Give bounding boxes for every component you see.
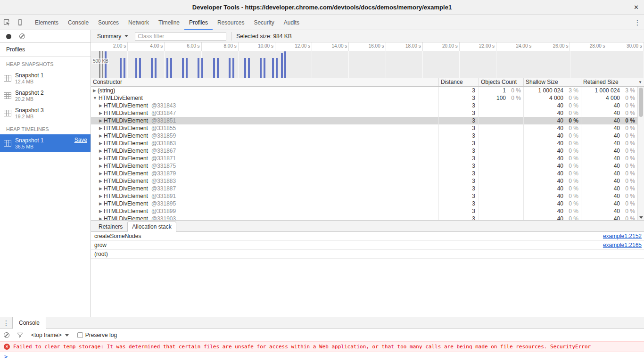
execution-context-select[interactable]: <top frame>	[26, 332, 74, 338]
panel-tab[interactable]: Resources	[213, 15, 249, 30]
expand-arrow-icon[interactable]: ▶	[99, 207, 102, 215]
console-input[interactable]: >	[0, 352, 644, 362]
inspect-element-icon[interactable]	[0, 15, 13, 30]
filter-icon[interactable]	[13, 332, 26, 338]
grid-row[interactable]: ▶ HTMLDivElement @331899 3 40	[91, 207, 637, 215]
time-tick-label: 12.00 s	[275, 42, 312, 51]
object-id: @331871	[151, 155, 176, 162]
tab-console[interactable]: Console	[12, 317, 46, 329]
close-icon[interactable]: ✕	[634, 0, 639, 15]
preserve-log-toggle[interactable]: Preserve log	[77, 332, 117, 338]
grid-row[interactable]: ▶ HTMLDivElement @331867 3 40	[91, 147, 637, 155]
panel-tab[interactable]: Console	[63, 15, 93, 30]
grid-row[interactable]: ▶ HTMLDivElement @331887 3 40	[91, 185, 637, 192]
view-mode-select[interactable]: Summary	[91, 33, 132, 40]
panel-tab[interactable]: Timeline	[154, 15, 184, 30]
time-tick-label: 8.00 s	[202, 42, 239, 51]
snapshot-size: 36.5 MB	[15, 144, 44, 149]
stack-frame-row[interactable]: grow example1:2165	[91, 241, 644, 250]
grid-row[interactable]: ▶ HTMLDivElement @331879 3 40	[91, 170, 637, 177]
expand-arrow-icon[interactable]: ▶	[99, 117, 102, 124]
panel-tab[interactable]: Sources	[93, 15, 124, 30]
shallow-size-cell: 40 0 %	[523, 162, 581, 170]
expand-arrow-icon[interactable]: ▶	[99, 192, 102, 200]
expand-arrow-icon[interactable]: ▶	[99, 170, 102, 177]
class-filter-input[interactable]	[135, 32, 226, 41]
col-retained-size[interactable]: Retained Size ▼	[581, 78, 644, 86]
stack-tab[interactable]: Retainers	[94, 222, 127, 232]
expand-arrow-icon[interactable]: ▶	[99, 215, 102, 221]
stack-frame-row[interactable]: createSomeNodes example1:2152	[91, 232, 644, 241]
drawer-menu-icon[interactable]: ⋮	[0, 317, 12, 329]
snapshot-item[interactable]: Snapshot 1 12.4 MB	[0, 69, 91, 87]
panel-tab-label: Audits	[284, 19, 299, 26]
object-id: @331899	[151, 207, 176, 215]
expand-arrow-icon[interactable]: ▶	[99, 200, 102, 207]
expand-arrow-icon[interactable]: ▶	[99, 140, 102, 147]
frame-source-link[interactable]: example1:2165	[603, 242, 642, 248]
panel-tab[interactable]: Security	[249, 15, 279, 30]
col-objects-count[interactable]: Objects Count	[479, 78, 523, 86]
expand-arrow-icon[interactable]: ▶	[99, 177, 102, 185]
panel-tab[interactable]: Audits	[279, 15, 304, 30]
clear-console-icon[interactable]	[0, 332, 13, 338]
grid-row[interactable]: ▶ HTMLDivElement @331895 3 40	[91, 200, 637, 207]
record-button[interactable]	[6, 34, 11, 39]
retained-size-cell: 40 0 %	[581, 215, 637, 221]
expand-arrow-icon[interactable]: ▶	[99, 185, 102, 192]
selection-handle[interactable]	[102, 51, 103, 78]
scrollbar-thumb[interactable]	[639, 88, 643, 117]
col-constructor[interactable]: Constructor	[91, 78, 438, 86]
grid-row[interactable]: ▶ HTMLDivElement @331847 3 40	[91, 109, 637, 117]
snapshot-item[interactable]: Snapshot 2 20.2 MB	[0, 87, 91, 104]
panel-tab-label: Network	[128, 19, 149, 26]
grid-scrollbar[interactable]	[637, 87, 644, 220]
col-shallow-size[interactable]: Shallow Size	[523, 78, 581, 86]
snapshot-item[interactable]: Snapshot 1 36.5 MB Save	[0, 134, 91, 152]
expand-arrow-icon[interactable]: ▶	[93, 87, 96, 94]
expand-arrow-icon[interactable]: ▶	[99, 155, 102, 162]
stack-frame-row[interactable]: (root)	[91, 250, 644, 259]
expand-arrow-icon[interactable]: ▶	[99, 147, 102, 155]
grid-row[interactable]: ▶ HTMLDivElement @331851 3 40	[91, 117, 637, 124]
grid-row[interactable]: ▶ HTMLDivElement @331859 3 40	[91, 132, 637, 140]
grid-row[interactable]: ▶ HTMLDivElement @331871 3 40	[91, 155, 637, 162]
expand-arrow-icon[interactable]: ▶	[99, 162, 102, 170]
col-distance[interactable]: Distance	[438, 78, 479, 86]
snapshot-item[interactable]: Snapshot 3 19.2 MB	[0, 104, 91, 122]
expand-arrow-icon[interactable]: ▶	[99, 109, 102, 117]
clear-profiles-icon[interactable]	[19, 33, 25, 39]
expand-arrow-icon[interactable]: ▶	[99, 124, 102, 132]
objects-count-cell	[479, 207, 523, 215]
grid-row[interactable]: ▼ HTMLDivElement 3 100 0 % 4 000	[91, 94, 637, 102]
grid-row[interactable]: ▶ HTMLDivElement @331855 3 40	[91, 124, 637, 132]
grid-row[interactable]: ▶ HTMLDivElement @331903 3 40	[91, 215, 637, 221]
frame-source-link[interactable]: example1:2152	[603, 233, 642, 239]
selection-handle[interactable]	[99, 51, 100, 78]
time-tick-label: 18.00 s	[386, 42, 423, 51]
grid-row[interactable]: ▶ HTMLDivElement @331875 3 40	[91, 162, 637, 170]
panel-tab-label: Security	[254, 19, 274, 26]
expand-arrow-icon[interactable]: ▼	[93, 94, 97, 102]
expand-arrow-icon[interactable]: ▶	[99, 102, 102, 109]
device-toolbar-icon[interactable]	[13, 15, 26, 30]
grid-row[interactable]: ▶ (string) 3 1 0 % 1 000 024	[91, 87, 637, 94]
heap-timelines-list: Snapshot 1 36.5 MB Save	[0, 134, 91, 152]
grid-row[interactable]: ▶ HTMLDivElement @331891 3 40	[91, 192, 637, 200]
grid-row[interactable]: ▶ HTMLDivElement @331863 3 40	[91, 140, 637, 147]
panel-tab[interactable]: Elements	[30, 15, 63, 30]
overflow-menu-icon[interactable]: ⋮	[631, 15, 644, 30]
panel-tab[interactable]: Network	[124, 15, 154, 30]
allocation-timeline-overview[interactable]: 2.00 s4.00 s6.00 s8.00 s10.00 s12.00 s14…	[91, 42, 644, 78]
save-link[interactable]: Save	[74, 137, 87, 143]
grid-row[interactable]: ▶ HTMLDivElement @331843 3 40	[91, 102, 637, 109]
scroll-down-icon[interactable]	[639, 216, 643, 219]
expand-arrow-icon[interactable]: ▶	[99, 132, 102, 140]
panel-tab[interactable]: Profiles	[184, 15, 213, 30]
time-tick-label: 6.00 s	[165, 42, 201, 51]
preserve-log-checkbox[interactable]	[77, 332, 83, 338]
stack-tab[interactable]: Allocation stack	[127, 222, 176, 232]
grid-row[interactable]: ▶ HTMLDivElement @331883 3 40	[91, 177, 637, 185]
object-name: HTMLDivElement	[104, 140, 148, 147]
object-id: @331863	[151, 140, 176, 147]
